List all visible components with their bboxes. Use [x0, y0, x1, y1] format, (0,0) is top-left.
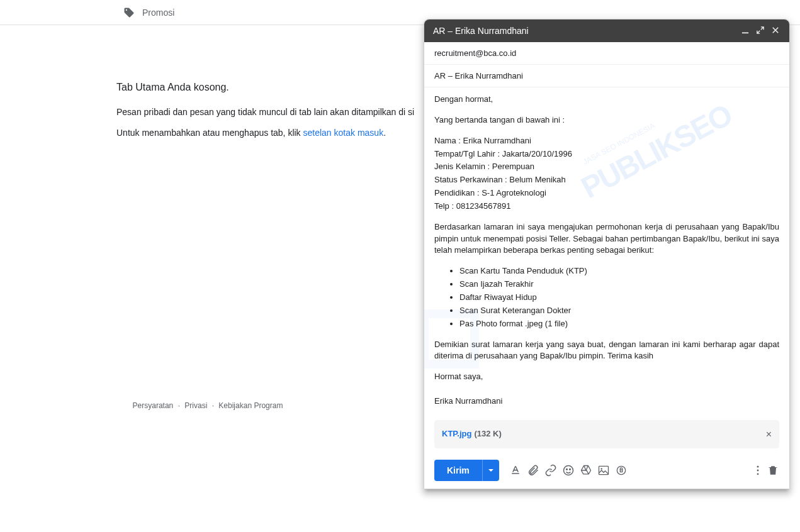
tab-promotions[interactable]: Promosi — [113, 7, 184, 18]
inbox-settings-link[interactable]: setelan kotak masuk — [303, 128, 384, 138]
svg-point-2 — [563, 466, 573, 475]
empty-inbox-panel: Tab Utama Anda kosong. Pesan pribadi dan… — [0, 25, 415, 140]
svg-point-10 — [757, 470, 759, 472]
attachment-size: (132 K) — [474, 428, 501, 440]
body-details: Nama : Erika NurramdhaniTempat/Tgl Lahir… — [434, 135, 779, 213]
footer-policy[interactable]: Kebijakan Program — [217, 401, 284, 410]
delete-icon[interactable] — [767, 464, 779, 477]
compose-body[interactable]: JASA SEO INDONESIA PUBLIKSEO Dengan horm… — [424, 87, 789, 452]
expand-icon[interactable] — [757, 26, 765, 35]
empty-title: Tab Utama Anda kosong. — [116, 82, 415, 93]
attachment-name: KTP.jpg — [442, 428, 471, 440]
image-icon[interactable] — [597, 464, 610, 477]
body-paragraph-1: Berdasarkan lamaran ini saya mengajukan … — [434, 221, 779, 257]
format-text-icon[interactable] — [509, 464, 522, 477]
body-bullet-item: Daftar Riwayat Hidup — [459, 292, 779, 304]
send-button-group: Kirim — [434, 460, 499, 481]
remove-attachment-icon[interactable]: × — [766, 427, 772, 441]
body-detail-line: Status Perkawinan : Belum Menikah — [434, 174, 779, 186]
svg-point-3 — [566, 469, 567, 470]
send-button[interactable]: Kirim — [434, 460, 482, 481]
tag-icon — [123, 7, 135, 18]
svg-point-9 — [757, 466, 759, 468]
body-attachment-list: Scan Kartu Tanda Penduduk (KTP)Scan Ijaz… — [459, 265, 779, 330]
body-bullet-item: Pas Photo format .jpeg (1 file) — [459, 318, 779, 330]
body-salutation: Dengan hormat, — [434, 94, 779, 106]
compose-title: AR – Erika Nurramdhani — [433, 26, 741, 36]
svg-rect-8 — [620, 470, 622, 472]
compose-window: AR – Erika Nurramdhani recruitment@bca.c… — [424, 19, 790, 489]
compose-header[interactable]: AR – Erika Nurramdhani — [424, 19, 789, 42]
send-more-button[interactable] — [482, 460, 499, 481]
tab-promotions-label: Promosi — [142, 8, 174, 18]
body-closing: Hormat saya, — [434, 371, 779, 383]
svg-rect-5 — [599, 466, 608, 474]
body-signature: Erika Nurramdhani — [434, 396, 779, 407]
body-detail-line: Jenis Kelamin : Perempuan — [434, 161, 779, 173]
confidential-icon[interactable] — [615, 464, 628, 477]
more-options-icon[interactable] — [752, 464, 764, 477]
attachment-icon[interactable] — [527, 464, 539, 477]
body-detail-line: Telp : 081234567891 — [434, 201, 779, 213]
body-intro: Yang bertanda tangan di bawah ini : — [434, 114, 779, 126]
link-icon[interactable] — [544, 464, 557, 477]
svg-point-6 — [600, 468, 602, 470]
body-bullet-item: Scan Ijazah Terakhir — [459, 279, 779, 291]
body-detail-line: Nama : Erika Nurramdhani — [434, 135, 779, 147]
emoji-icon[interactable] — [562, 464, 575, 477]
body-paragraph-2: Demikian surat lamaran kerja yang saya b… — [434, 339, 779, 363]
attachment-chips: KTP.jpg(132 K)×Ijazah.jpg(132 K)×Daftar … — [434, 420, 779, 452]
footer-terms[interactable]: Persyaratan — [132, 401, 175, 410]
footer-links: Persyaratan · Privasi · Kebijakan Progra… — [0, 401, 415, 410]
empty-line-1: Pesan pribadi dan pesan yang tidak muncu… — [116, 106, 415, 119]
subject-field[interactable]: AR – Erika Nurramdhani — [424, 65, 789, 87]
compose-toolbar: Kirim — [424, 452, 789, 489]
to-field[interactable]: recruitment@bca.co.id — [424, 42, 789, 65]
body-detail-line: Tempat/Tgl Lahir : Jakarta/20/10/1996 — [434, 148, 779, 160]
drive-icon[interactable] — [580, 464, 592, 477]
body-bullet-item: Scan Surat Keterangan Dokter — [459, 305, 779, 317]
body-bullet-item: Scan Kartu Tanda Penduduk (KTP) — [459, 265, 779, 277]
svg-point-11 — [757, 473, 759, 475]
minimize-icon[interactable] — [741, 26, 750, 35]
empty-line-2: Untuk menambahkan atau menghapus tab, kl… — [116, 126, 415, 140]
footer-privacy[interactable]: Privasi — [183, 401, 208, 410]
svg-rect-0 — [742, 32, 748, 33]
close-icon[interactable] — [772, 26, 780, 35]
attachment-chip[interactable]: KTP.jpg(132 K)× — [434, 420, 779, 448]
body-detail-line: Pendidikan : S-1 Agroteknologi — [434, 187, 779, 199]
svg-point-4 — [569, 469, 570, 470]
